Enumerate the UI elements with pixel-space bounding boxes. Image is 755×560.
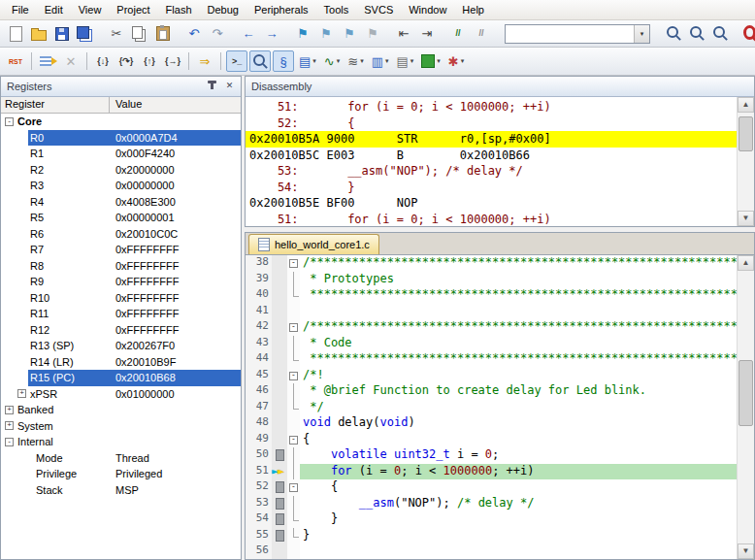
menu-item-file[interactable]: File xyxy=(4,2,37,17)
fold-margin[interactable]: - xyxy=(287,479,300,496)
register-row-r12[interactable]: R120xFFFFFFFF xyxy=(1,322,241,339)
register-row-r8[interactable]: R80xFFFFFFFF xyxy=(1,258,241,275)
expand-icon[interactable]: + xyxy=(5,421,14,430)
register-row-internal[interactable]: -Internal xyxy=(1,434,241,450)
command-window-button[interactable]: >_ xyxy=(226,50,247,72)
register-row-r15-pc[interactable]: R15 (PC)0x20010B68 xyxy=(1,370,241,386)
start-stop-debug-button[interactable] xyxy=(740,23,755,45)
fold-margin[interactable]: - xyxy=(287,319,300,336)
dropdown-arrow-icon[interactable]: ▾ xyxy=(337,57,341,65)
editor-content[interactable]: 38-/************************************… xyxy=(246,255,737,559)
save-all-icon[interactable] xyxy=(75,23,96,45)
fold-collapse-icon[interactable]: - xyxy=(289,436,298,445)
scroll-up-button[interactable]: ▲ xyxy=(738,255,754,271)
menu-item-flash[interactable]: Flash xyxy=(158,2,200,17)
fold-collapse-icon[interactable]: - xyxy=(289,323,298,332)
scrollbar-thumb[interactable] xyxy=(739,360,753,426)
register-row-banked[interactable]: +Banked xyxy=(1,402,241,418)
memory-windows-button[interactable]: ▥▾ xyxy=(369,50,392,72)
menu-item-view[interactable]: View xyxy=(71,2,110,17)
search-input[interactable] xyxy=(506,25,634,43)
dropdown-arrow-icon[interactable]: ▾ xyxy=(410,57,414,65)
menu-item-help[interactable]: Help xyxy=(454,2,492,17)
register-row-r2[interactable]: R20x20000000 xyxy=(1,162,241,179)
register-row-r1[interactable]: R10x000F4240 xyxy=(1,146,241,162)
register-row-xpsr[interactable]: +xPSR0x01000000 xyxy=(1,386,241,403)
register-row-r7[interactable]: R70xFFFFFFFF xyxy=(1,242,241,258)
show-current-statement-button[interactable]: ⇒ xyxy=(194,50,215,72)
bookmark-next-icon[interactable]: ⚑ xyxy=(339,23,360,45)
menu-item-peripherals[interactable]: Peripherals xyxy=(246,2,316,17)
step-out-button[interactable]: {↑} xyxy=(139,50,160,72)
expand-icon[interactable]: + xyxy=(17,389,26,398)
run-to-line-button[interactable]: {→} xyxy=(162,50,183,72)
scrollbar-thumb[interactable] xyxy=(739,116,753,151)
search-dropdown-button[interactable]: ▾ xyxy=(634,25,649,43)
register-row-r0[interactable]: R00x0000A7D4 xyxy=(1,130,241,147)
scroll-down-button[interactable]: ▼ xyxy=(738,544,754,559)
register-row-stack[interactable]: StackMSP xyxy=(1,482,241,499)
find-in-files-icon[interactable] xyxy=(663,23,684,45)
register-row-r6[interactable]: R60x20010C0C xyxy=(1,226,241,243)
watch-windows-button[interactable]: ▤▾ xyxy=(393,50,416,72)
register-row-system[interactable]: +System xyxy=(1,418,241,435)
scrollbar-track[interactable] xyxy=(738,113,754,211)
fold-margin[interactable]: - xyxy=(287,255,300,272)
indent-icon[interactable]: ⇥ xyxy=(416,23,438,45)
save-icon[interactable] xyxy=(51,23,73,45)
tab-hello-world-core1-c[interactable]: hello_world_core1.c xyxy=(248,234,379,254)
analysis-windows-button[interactable]: ∿▾ xyxy=(321,50,343,72)
menu-item-project[interactable]: Project xyxy=(109,2,157,17)
menu-item-debug[interactable]: Debug xyxy=(200,2,246,17)
find-icon[interactable] xyxy=(686,23,707,45)
collapse-icon[interactable]: - xyxy=(5,438,14,446)
menu-item-tools[interactable]: Tools xyxy=(316,2,357,17)
menu-item-svcs[interactable]: SVCS xyxy=(356,2,401,17)
bookmark-clear-icon[interactable]: ⚑ xyxy=(362,23,383,45)
undo-icon[interactable]: ↶ xyxy=(183,23,205,45)
step-over-button[interactable]: {↷} xyxy=(115,50,137,72)
menu-item-window[interactable]: Window xyxy=(401,2,454,17)
dropdown-arrow-icon[interactable]: ▾ xyxy=(437,57,441,65)
navigate-back-icon[interactable]: ← xyxy=(238,23,259,45)
register-row-r3[interactable]: R30x00000000 xyxy=(1,178,241,194)
close-button[interactable]: ✕ xyxy=(222,80,237,93)
run-button[interactable] xyxy=(37,50,58,72)
unindent-icon[interactable]: ⇤ xyxy=(393,23,414,45)
new-file-icon[interactable] xyxy=(5,23,26,45)
trace-windows-button[interactable]: ≋▾ xyxy=(345,50,366,72)
comment-icon[interactable]: // xyxy=(447,23,469,45)
scroll-up-button[interactable]: ▲ xyxy=(738,97,754,113)
register-row-r9[interactable]: R90xFFFFFFFF xyxy=(1,274,241,290)
fold-collapse-icon[interactable]: - xyxy=(289,259,298,268)
redo-icon[interactable]: ↷ xyxy=(207,23,228,45)
copy-icon[interactable] xyxy=(129,23,150,45)
navigate-forward-icon[interactable]: → xyxy=(261,23,282,45)
fold-margin[interactable]: - xyxy=(287,368,300,384)
disassembly-scrollbar[interactable]: ▲ ▼ xyxy=(737,97,754,226)
register-row-r4[interactable]: R40x4008E300 xyxy=(1,194,241,211)
dropdown-arrow-icon[interactable]: ▾ xyxy=(312,57,316,65)
system-viewer-button[interactable]: ▾ xyxy=(418,50,443,72)
step-button[interactable]: {↓} xyxy=(92,50,114,72)
stop-button[interactable]: ✕ xyxy=(60,50,82,72)
reset-cpu-button[interactable]: RST xyxy=(5,50,26,72)
register-row-r13-sp[interactable]: R13 (SP)0x200267F0 xyxy=(1,338,241,354)
fold-margin[interactable]: - xyxy=(287,432,300,448)
dropdown-arrow-icon[interactable]: ▾ xyxy=(360,57,364,65)
bookmark-toggle-icon[interactable]: ⚑ xyxy=(292,23,313,45)
register-row-privilege[interactable]: PrivilegePrivileged xyxy=(1,466,241,482)
uncomment-icon[interactable]: // xyxy=(471,23,492,45)
register-row-mode[interactable]: ModeThread xyxy=(1,450,241,467)
incremental-find-icon[interactable] xyxy=(709,23,731,45)
scroll-down-button[interactable]: ▼ xyxy=(738,211,754,226)
paste-icon[interactable] xyxy=(152,23,174,45)
bookmark-prev-icon[interactable]: ⚑ xyxy=(315,23,337,45)
register-row-core[interactable]: -Core xyxy=(1,114,241,130)
register-row-r5[interactable]: R50x00000001 xyxy=(1,210,241,226)
dropdown-arrow-icon[interactable]: ▾ xyxy=(385,57,389,65)
expand-icon[interactable]: + xyxy=(5,406,14,414)
open-folder-icon[interactable] xyxy=(28,23,49,45)
toolbox-button[interactable]: ✱▾ xyxy=(445,50,467,72)
scrollbar-track[interactable] xyxy=(738,271,754,544)
